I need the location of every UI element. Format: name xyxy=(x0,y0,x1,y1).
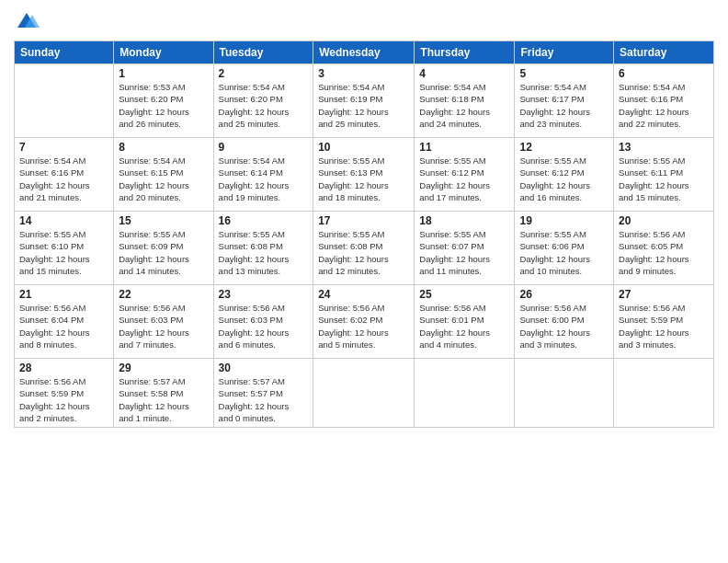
calendar-week-3: 14Sunrise: 5:55 AM Sunset: 6:10 PM Dayli… xyxy=(15,212,714,285)
day-info: Sunrise: 5:54 AM Sunset: 6:18 PM Dayligh… xyxy=(419,81,509,130)
day-info: Sunrise: 5:55 AM Sunset: 6:08 PM Dayligh… xyxy=(219,228,309,277)
calendar-cell xyxy=(313,359,415,428)
day-number: 29 xyxy=(119,362,208,374)
day-number: 4 xyxy=(419,67,509,80)
calendar-cell: 30Sunrise: 5:57 AM Sunset: 5:57 PM Dayli… xyxy=(213,359,313,428)
calendar-cell: 19Sunrise: 5:55 AM Sunset: 6:06 PM Dayli… xyxy=(515,212,614,285)
calendar-week-2: 7Sunrise: 5:54 AM Sunset: 6:16 PM Daylig… xyxy=(15,138,714,212)
day-number: 3 xyxy=(318,67,409,80)
day-info: Sunrise: 5:56 AM Sunset: 6:04 PM Dayligh… xyxy=(19,302,108,350)
day-number: 14 xyxy=(19,214,108,227)
calendar-cell: 16Sunrise: 5:55 AM Sunset: 6:08 PM Dayli… xyxy=(213,212,313,285)
day-info: Sunrise: 5:54 AM Sunset: 6:19 PM Dayligh… xyxy=(318,81,409,130)
day-number: 1 xyxy=(119,67,208,80)
calendar-cell: 21Sunrise: 5:56 AM Sunset: 6:04 PM Dayli… xyxy=(15,285,114,359)
day-number: 25 xyxy=(419,288,509,301)
weekday-header-saturday: Saturday xyxy=(614,41,714,64)
day-number: 24 xyxy=(318,288,409,301)
calendar-cell xyxy=(415,359,515,428)
day-number: 18 xyxy=(419,214,509,227)
day-info: Sunrise: 5:54 AM Sunset: 6:20 PM Dayligh… xyxy=(219,81,309,130)
calendar-cell: 15Sunrise: 5:55 AM Sunset: 6:09 PM Dayli… xyxy=(114,212,213,285)
day-info: Sunrise: 5:57 AM Sunset: 5:57 PM Dayligh… xyxy=(219,375,309,424)
day-info: Sunrise: 5:55 AM Sunset: 6:11 PM Dayligh… xyxy=(619,155,709,203)
day-number: 28 xyxy=(19,362,108,374)
calendar-cell: 18Sunrise: 5:55 AM Sunset: 6:07 PM Dayli… xyxy=(415,212,515,285)
day-number: 16 xyxy=(219,214,309,227)
day-number: 22 xyxy=(119,288,208,301)
calendar-cell: 13Sunrise: 5:55 AM Sunset: 6:11 PM Dayli… xyxy=(614,138,714,212)
calendar-cell: 6Sunrise: 5:54 AM Sunset: 6:16 PM Daylig… xyxy=(614,64,714,138)
calendar-cell: 24Sunrise: 5:56 AM Sunset: 6:02 PM Dayli… xyxy=(313,285,415,359)
calendar-cell: 7Sunrise: 5:54 AM Sunset: 6:16 PM Daylig… xyxy=(15,138,114,212)
weekday-header-sunday: Sunday xyxy=(15,41,114,64)
day-info: Sunrise: 5:55 AM Sunset: 6:13 PM Dayligh… xyxy=(318,155,409,203)
day-info: Sunrise: 5:56 AM Sunset: 6:05 PM Dayligh… xyxy=(619,228,709,277)
calendar-cell: 23Sunrise: 5:56 AM Sunset: 6:03 PM Dayli… xyxy=(213,285,313,359)
calendar-cell xyxy=(614,359,714,428)
calendar-cell: 20Sunrise: 5:56 AM Sunset: 6:05 PM Dayli… xyxy=(614,212,714,285)
header xyxy=(14,9,714,35)
day-number: 19 xyxy=(519,214,609,227)
calendar-cell: 1Sunrise: 5:53 AM Sunset: 6:20 PM Daylig… xyxy=(114,64,213,138)
day-info: Sunrise: 5:54 AM Sunset: 6:14 PM Dayligh… xyxy=(219,155,309,203)
day-info: Sunrise: 5:54 AM Sunset: 6:17 PM Dayligh… xyxy=(519,81,609,130)
day-number: 21 xyxy=(19,288,108,301)
day-number: 8 xyxy=(119,141,208,154)
day-info: Sunrise: 5:55 AM Sunset: 6:07 PM Dayligh… xyxy=(419,228,509,277)
day-info: Sunrise: 5:57 AM Sunset: 5:58 PM Dayligh… xyxy=(119,375,208,424)
day-info: Sunrise: 5:56 AM Sunset: 6:03 PM Dayligh… xyxy=(119,302,208,350)
calendar-cell xyxy=(515,359,614,428)
day-number: 12 xyxy=(519,141,609,154)
weekday-header-row: SundayMondayTuesdayWednesdayThursdayFrid… xyxy=(15,41,714,64)
weekday-header-monday: Monday xyxy=(114,41,213,64)
day-info: Sunrise: 5:55 AM Sunset: 6:12 PM Dayligh… xyxy=(519,155,609,203)
day-info: Sunrise: 5:55 AM Sunset: 6:06 PM Dayligh… xyxy=(519,228,609,277)
calendar-cell: 9Sunrise: 5:54 AM Sunset: 6:14 PM Daylig… xyxy=(213,138,313,212)
day-number: 26 xyxy=(519,288,609,301)
calendar-cell: 29Sunrise: 5:57 AM Sunset: 5:58 PM Dayli… xyxy=(114,359,213,428)
weekday-header-wednesday: Wednesday xyxy=(313,41,415,64)
logo xyxy=(14,9,43,35)
calendar-cell: 27Sunrise: 5:56 AM Sunset: 5:59 PM Dayli… xyxy=(614,285,714,359)
calendar-cell: 10Sunrise: 5:55 AM Sunset: 6:13 PM Dayli… xyxy=(313,138,415,212)
logo-icon xyxy=(14,9,40,35)
day-number: 11 xyxy=(419,141,509,154)
day-info: Sunrise: 5:56 AM Sunset: 6:01 PM Dayligh… xyxy=(419,302,509,350)
day-number: 23 xyxy=(219,288,309,301)
day-number: 13 xyxy=(619,141,709,154)
day-info: Sunrise: 5:56 AM Sunset: 6:03 PM Dayligh… xyxy=(219,302,309,350)
day-number: 5 xyxy=(519,67,609,80)
calendar-cell xyxy=(15,64,114,138)
day-info: Sunrise: 5:55 AM Sunset: 6:10 PM Dayligh… xyxy=(19,228,108,277)
day-number: 2 xyxy=(219,67,309,80)
day-number: 15 xyxy=(119,214,208,227)
calendar-week-5: 28Sunrise: 5:56 AM Sunset: 5:59 PM Dayli… xyxy=(15,359,714,428)
weekday-header-tuesday: Tuesday xyxy=(213,41,313,64)
calendar-cell: 17Sunrise: 5:55 AM Sunset: 6:08 PM Dayli… xyxy=(313,212,415,285)
calendar-cell: 12Sunrise: 5:55 AM Sunset: 6:12 PM Dayli… xyxy=(515,138,614,212)
day-info: Sunrise: 5:55 AM Sunset: 6:12 PM Dayligh… xyxy=(419,155,509,203)
calendar-cell: 2Sunrise: 5:54 AM Sunset: 6:20 PM Daylig… xyxy=(213,64,313,138)
day-info: Sunrise: 5:55 AM Sunset: 6:09 PM Dayligh… xyxy=(119,228,208,277)
calendar-cell: 3Sunrise: 5:54 AM Sunset: 6:19 PM Daylig… xyxy=(313,64,415,138)
weekday-header-thursday: Thursday xyxy=(415,41,515,64)
day-number: 27 xyxy=(619,288,709,301)
day-info: Sunrise: 5:56 AM Sunset: 6:00 PM Dayligh… xyxy=(519,302,609,350)
day-info: Sunrise: 5:53 AM Sunset: 6:20 PM Dayligh… xyxy=(119,81,208,130)
calendar-cell: 11Sunrise: 5:55 AM Sunset: 6:12 PM Dayli… xyxy=(415,138,515,212)
calendar-cell: 26Sunrise: 5:56 AM Sunset: 6:00 PM Dayli… xyxy=(515,285,614,359)
day-info: Sunrise: 5:55 AM Sunset: 6:08 PM Dayligh… xyxy=(318,228,409,277)
day-number: 10 xyxy=(318,141,409,154)
day-number: 17 xyxy=(318,214,409,227)
calendar-cell: 8Sunrise: 5:54 AM Sunset: 6:15 PM Daylig… xyxy=(114,138,213,212)
calendar-cell: 22Sunrise: 5:56 AM Sunset: 6:03 PM Dayli… xyxy=(114,285,213,359)
calendar-cell: 14Sunrise: 5:55 AM Sunset: 6:10 PM Dayli… xyxy=(15,212,114,285)
day-number: 30 xyxy=(219,362,309,374)
calendar-cell: 28Sunrise: 5:56 AM Sunset: 5:59 PM Dayli… xyxy=(15,359,114,428)
calendar-week-1: 1Sunrise: 5:53 AM Sunset: 6:20 PM Daylig… xyxy=(15,64,714,138)
day-number: 7 xyxy=(19,141,108,154)
day-info: Sunrise: 5:54 AM Sunset: 6:16 PM Dayligh… xyxy=(619,81,709,130)
calendar-cell: 4Sunrise: 5:54 AM Sunset: 6:18 PM Daylig… xyxy=(415,64,515,138)
day-number: 9 xyxy=(219,141,309,154)
